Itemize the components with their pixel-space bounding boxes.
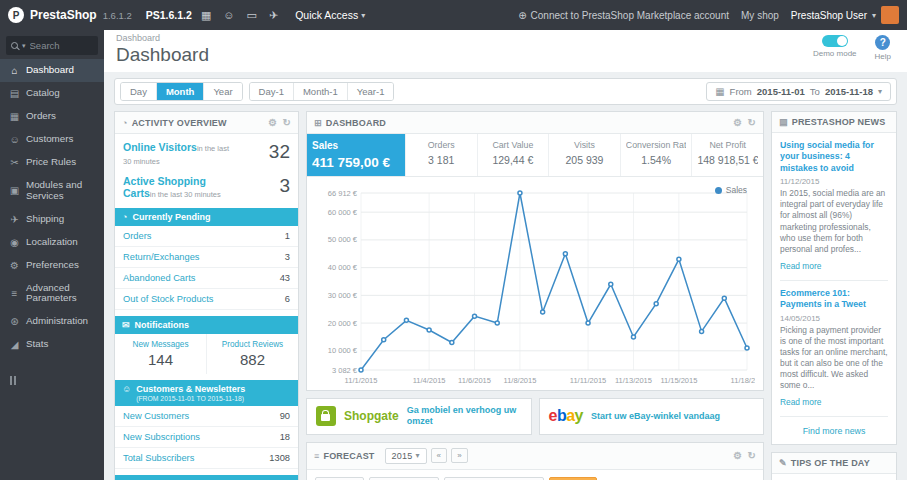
customers-row-new-customers[interactable]: New Customers90 xyxy=(115,406,298,427)
page-title: Dashboard xyxy=(116,44,895,66)
range-day-1-button[interactable]: Day-1 xyxy=(250,83,294,100)
sidebar-item-administration[interactable]: ⊛Administration xyxy=(0,310,104,333)
cart-icon[interactable]: ▦ xyxy=(201,9,211,22)
gear-icon[interactable]: ⚙ xyxy=(733,450,742,461)
chevron-down-icon: ▾ xyxy=(878,87,882,96)
news-item-title[interactable]: Ecommerce 101: Payments in a Tweet xyxy=(780,288,888,311)
sidebar-item-preferences[interactable]: ⚙Preferences xyxy=(0,254,104,277)
news-item-title[interactable]: Using social media for your business: 4 … xyxy=(780,140,888,174)
shopgate-link[interactable]: Ga mobiel en verhoog uw omzet xyxy=(407,405,522,428)
range-year-button[interactable]: Year xyxy=(204,83,241,100)
new-messages-cell[interactable]: New Messages144 xyxy=(115,334,206,374)
chevron-down-icon: ▾ xyxy=(22,42,26,50)
forecast-toggle-sales[interactable]: Sales xyxy=(549,477,597,480)
news-item-excerpt: In 2015, social media are an integral pa… xyxy=(780,188,888,255)
sidebar-item-dashboard[interactable]: ⌂Dashboard xyxy=(0,59,104,82)
sidebar-item-catalog[interactable]: ▤Catalog xyxy=(0,82,104,105)
pending-row-returns[interactable]: Return/Exchanges3 xyxy=(115,247,298,268)
kpi-net-profit[interactable]: Net Profit148 918,51 € xyxy=(691,134,763,176)
quick-access-menu[interactable]: Quick Access ▾ xyxy=(295,9,365,21)
range-month-button[interactable]: Month xyxy=(157,83,205,100)
date-range-picker[interactable]: ▦ From 2015-11-01 To 2015-11-18 ▾ xyxy=(706,82,891,101)
refresh-icon[interactable]: ↻ xyxy=(282,117,291,128)
forecast-toggle-average-cart-value[interactable]: Average Cart Value xyxy=(444,477,544,480)
sidebar-item-customers[interactable]: ☺Customers xyxy=(0,128,104,151)
gear-icon[interactable]: ⚙ xyxy=(268,117,277,128)
sidebar-item-label: Advanced Parameters xyxy=(26,283,95,305)
product-reviews-cell[interactable]: Product Reviews882 xyxy=(206,334,298,374)
sidebar: ▾ ⌂Dashboard ▤Catalog ▦Orders ☺Customers… xyxy=(0,30,104,480)
customers-newsletters-header: ☺ Customers & Newsletters(FROM 2015-11-0… xyxy=(115,380,298,406)
kpi-cart-value[interactable]: Cart Value129,44 € xyxy=(477,134,549,176)
ebay-letter: a xyxy=(566,407,574,424)
kpi-conversion-rate[interactable]: Conversion Rate1.54% xyxy=(620,134,692,176)
forecast-prev-button[interactable]: « xyxy=(431,448,448,463)
pending-row-out-of-stock[interactable]: Out of Stock Products6 xyxy=(115,289,298,310)
sales-line-chart: 66 912 €60 000 €50 000 €40 000 €30 000 €… xyxy=(315,183,755,388)
forecast-panel-title: FORECAST xyxy=(323,451,374,461)
divider xyxy=(780,280,888,281)
read-more-link[interactable]: Read more xyxy=(780,397,821,407)
range-year-1-button[interactable]: Year-1 xyxy=(348,83,394,100)
user-menu[interactable]: PrestaShop User ▾ xyxy=(791,6,899,24)
kpi-sales[interactable]: Sales411 759,00 € xyxy=(307,134,405,176)
main-content: Dashboard Dashboard Demo mode ? Help Day… xyxy=(104,30,907,480)
my-shop-link[interactable]: My shop xyxy=(741,10,779,21)
svg-text:11/11/2015: 11/11/2015 xyxy=(570,376,606,385)
pending-row-abandoned-carts[interactable]: Abandoned Carts43 xyxy=(115,268,298,289)
monitor-icon[interactable]: ▭ xyxy=(247,9,257,22)
refresh-icon[interactable]: ↻ xyxy=(747,450,756,461)
svg-text:11/8/2015: 11/8/2015 xyxy=(504,376,537,385)
demo-mode-toggle[interactable] xyxy=(822,35,848,47)
row-value: 18 xyxy=(280,432,290,442)
range-day-button[interactable]: Day xyxy=(121,83,157,100)
to-date: 2015-11-18 xyxy=(825,86,873,97)
kpi-visits[interactable]: Visits205 939 xyxy=(548,134,620,176)
customers-row-new-subscriptions[interactable]: New Subscriptions18 xyxy=(115,427,298,448)
collapse-sidebar-button[interactable] xyxy=(0,370,104,391)
pending-row-orders[interactable]: Orders1 xyxy=(115,226,298,247)
range-month-1-button[interactable]: Month-1 xyxy=(294,83,348,100)
forecast-toggle-traffic[interactable]: Traffic xyxy=(315,477,364,480)
demo-mode-control[interactable]: Demo mode xyxy=(813,35,857,61)
ebay-link[interactable]: Start uw eBay-winkel vandaag xyxy=(591,411,720,422)
read-more-link[interactable]: Read more xyxy=(780,261,821,271)
range-button-group: Day Month Year xyxy=(120,82,243,101)
news-item-date: 14/05/2015 xyxy=(780,314,888,323)
search-input[interactable] xyxy=(30,40,93,51)
kpi-orders[interactable]: Orders3 181 xyxy=(405,134,477,176)
help-icon[interactable]: ? xyxy=(875,35,890,50)
marketplace-link[interactable]: ⊕ Connect to PrestaShop Marketplace acco… xyxy=(518,10,729,21)
chart-legend[interactable]: Sales xyxy=(715,185,747,195)
gear-icon[interactable]: ⚙ xyxy=(733,117,742,128)
help-control[interactable]: ? Help xyxy=(875,35,891,61)
sidebar-item-shipping[interactable]: ✈Shipping xyxy=(0,208,104,231)
sidebar-item-localization[interactable]: ◉Localization xyxy=(0,231,104,254)
forecast-next-button[interactable]: » xyxy=(451,448,468,463)
active-carts-metric: Active Shopping Cartsin the last 30 minu… xyxy=(115,168,298,202)
breadcrumb: Dashboard xyxy=(116,33,895,43)
shop-name-link[interactable]: PS1.6.1.2 xyxy=(146,9,192,21)
find-more-news-link[interactable]: Find more news xyxy=(780,424,888,437)
version-label: 1.6.1.2 xyxy=(103,10,132,21)
sidebar-item-stats[interactable]: ◢Stats xyxy=(0,333,104,356)
sidebar-item-modules[interactable]: ▣Modules and Services xyxy=(0,174,104,208)
forecast-year-select[interactable]: 2015 ▾ xyxy=(385,448,427,464)
refresh-icon[interactable]: ↻ xyxy=(747,117,756,128)
forecast-toggle-conversion[interactable]: Conversion xyxy=(369,477,438,480)
truck-icon: ✈ xyxy=(9,214,20,225)
to-label: To xyxy=(810,86,820,97)
ebay-letter: e xyxy=(549,407,557,424)
sidebar-item-advanced-parameters[interactable]: ≡Advanced Parameters xyxy=(0,277,104,311)
pencil-icon: ✎ xyxy=(779,458,787,468)
sidebar-item-price-rules[interactable]: ✂Price Rules xyxy=(0,151,104,174)
chevron-down-icon: ▾ xyxy=(415,451,419,460)
person-icon: ☺ xyxy=(122,384,131,394)
currently-pending-title: Currently Pending xyxy=(132,212,210,222)
sidebar-item-orders[interactable]: ▦Orders xyxy=(0,105,104,128)
svg-text:50 000 €: 50 000 € xyxy=(328,235,358,244)
sidebar-search[interactable]: ▾ xyxy=(6,36,98,55)
customers-row-total-subscribers[interactable]: Total Subscribers1308 xyxy=(115,448,298,469)
rocket-icon[interactable]: ✈ xyxy=(269,9,278,22)
person-icon[interactable]: ☺ xyxy=(223,9,234,21)
